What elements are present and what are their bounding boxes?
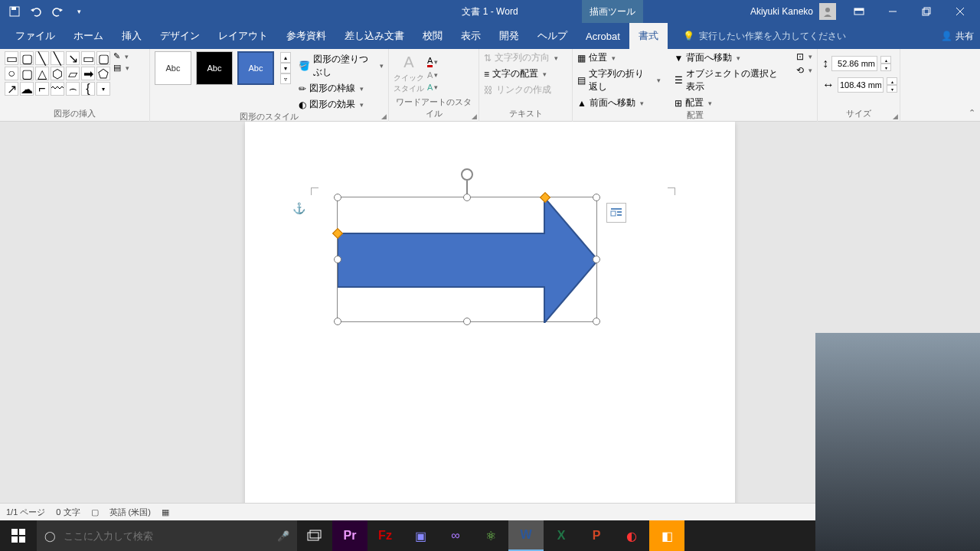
taskbar-app-unknown1[interactable]: ▣ bbox=[403, 520, 438, 551]
shape-oval-icon[interactable]: ○ bbox=[5, 67, 18, 80]
tab-mailings[interactable]: 差し込み文書 bbox=[335, 23, 413, 49]
anchor-icon[interactable]: ⚓ bbox=[292, 202, 305, 214]
text-outline-button[interactable]: A▾ bbox=[427, 70, 438, 80]
maximize-button[interactable] bbox=[910, 0, 943, 23]
text-effects-button[interactable]: A▾ bbox=[427, 83, 438, 92]
taskbar-app-filezilla[interactable]: Fz bbox=[368, 520, 403, 551]
undo-button[interactable] bbox=[29, 5, 43, 18]
shape-outline-button[interactable]: ✏図形の枠線▾ bbox=[299, 82, 384, 95]
rotate-handle[interactable] bbox=[461, 168, 473, 181]
resize-handle-tm[interactable] bbox=[463, 194, 471, 201]
height-down-button[interactable]: ▾ bbox=[880, 64, 891, 71]
taskbar-search[interactable]: ◯ 🎤 bbox=[37, 520, 297, 551]
resize-handle-tr[interactable] bbox=[593, 194, 600, 201]
shape-styles-launcher[interactable]: ◢ bbox=[381, 112, 387, 120]
task-view-button[interactable] bbox=[297, 520, 332, 551]
shapes-gallery[interactable]: ▭ ▢ ╲ ╲ ↘ ▭ ▢ ○ ▢ △ ⬡ ▱ ➡ ⬠ bbox=[5, 51, 110, 96]
height-up-button[interactable]: ▴ bbox=[880, 56, 891, 64]
height-input[interactable] bbox=[831, 56, 877, 71]
edit-shape-button[interactable]: ✎▾ bbox=[113, 51, 129, 61]
shape-roundrect-icon[interactable]: ▢ bbox=[20, 67, 34, 80]
tab-help[interactable]: ヘルプ bbox=[528, 23, 577, 49]
group-button[interactable]: ⊡▾ bbox=[796, 51, 812, 62]
align-text-button[interactable]: ≡文字の配置▾ bbox=[484, 67, 558, 80]
gallery-more-button[interactable]: ▿ bbox=[280, 73, 291, 84]
tab-view[interactable]: 表示 bbox=[452, 23, 490, 49]
align-button[interactable]: ⊞配置▾ bbox=[675, 96, 782, 109]
resize-handle-mr[interactable] bbox=[593, 256, 600, 263]
selection-pane-button[interactable]: ☰オブジェクトの選択と表示 bbox=[675, 67, 782, 93]
gallery-up-button[interactable]: ▴ bbox=[280, 52, 291, 63]
shape-triangle-icon[interactable]: △ bbox=[35, 67, 49, 80]
shape-more-icon[interactable]: ▾ bbox=[96, 82, 110, 96]
resize-handle-bm[interactable] bbox=[463, 318, 471, 325]
user-avatar[interactable] bbox=[819, 3, 836, 20]
shape-arrow2-icon[interactable]: ↗ bbox=[5, 82, 18, 96]
tab-format[interactable]: 書式 bbox=[629, 23, 668, 49]
shape-styles-gallery[interactable]: Abc Abc Abc ▴ ▾ ▿ bbox=[155, 51, 291, 85]
shape-curve-icon[interactable]: 〰 bbox=[51, 82, 64, 96]
shape-line2-icon[interactable]: ╲ bbox=[51, 51, 64, 65]
language-status[interactable]: 英語 (米国) bbox=[109, 507, 151, 518]
shape-bracket-icon[interactable]: ⌐ bbox=[35, 82, 49, 96]
taskbar-app-premiere[interactable]: Pr bbox=[332, 520, 368, 551]
shape-selection[interactable] bbox=[337, 197, 597, 322]
style-thumb-1[interactable]: Abc bbox=[155, 51, 191, 85]
save-button[interactable] bbox=[8, 5, 21, 18]
taskbar-app-powerpoint[interactable]: P bbox=[579, 520, 614, 551]
page-status[interactable]: 1/1 ページ bbox=[6, 507, 45, 518]
tab-acrobat[interactable]: Acrobat bbox=[577, 23, 629, 49]
gallery-down-button[interactable]: ▾ bbox=[280, 63, 291, 73]
taskbar-app-camtasia[interactable]: ◐ bbox=[614, 520, 649, 551]
text-direction-button[interactable]: ⇅文字列の方向▾ bbox=[484, 51, 558, 64]
size-launcher[interactable]: ◢ bbox=[893, 112, 898, 120]
resize-handle-br[interactable] bbox=[593, 318, 600, 325]
shape-rect2-icon[interactable]: ▭ bbox=[81, 51, 95, 65]
tab-layout[interactable]: レイアウト bbox=[209, 23, 277, 49]
spell-check-icon[interactable]: ▢ bbox=[91, 507, 99, 517]
close-button[interactable] bbox=[943, 0, 977, 23]
style-thumb-3[interactable]: Abc bbox=[237, 51, 274, 85]
shape-cloud-icon[interactable]: ☁ bbox=[20, 82, 34, 96]
shape-hexagon-icon[interactable]: ⬡ bbox=[51, 67, 64, 80]
shape-brace-icon[interactable]: { bbox=[81, 82, 95, 96]
shape-line-icon[interactable]: ╲ bbox=[35, 51, 49, 65]
ribbon-display-button[interactable] bbox=[842, 0, 876, 23]
shape-star-icon[interactable]: ⬠ bbox=[96, 67, 110, 80]
qat-customize-button[interactable]: ▾ bbox=[72, 5, 86, 18]
arrow-shape[interactable] bbox=[338, 197, 598, 323]
position-button[interactable]: ▦位置▾ bbox=[577, 51, 661, 64]
tab-insert[interactable]: 挿入 bbox=[113, 23, 151, 49]
taskbar-app-atom[interactable]: ⚛ bbox=[473, 520, 508, 551]
shape-effects-button[interactable]: ◐図形の効果▾ bbox=[299, 98, 384, 111]
width-up-button[interactable]: ▴ bbox=[887, 77, 897, 85]
shape-arc-icon[interactable]: ⌢ bbox=[66, 82, 80, 96]
width-input[interactable] bbox=[838, 77, 884, 93]
tab-developer[interactable]: 開発 bbox=[490, 23, 528, 49]
tell-me-search[interactable]: 💡 実行したい作業を入力してください bbox=[683, 30, 846, 43]
quick-styles-button[interactable]: A クイック スタイル bbox=[394, 54, 424, 94]
resize-handle-bl[interactable] bbox=[334, 318, 341, 325]
shape-fill-button[interactable]: 🪣図形の塗りつぶし▾ bbox=[299, 53, 384, 79]
style-thumb-2[interactable]: Abc bbox=[196, 51, 233, 85]
text-fill-button[interactable]: A▾ bbox=[427, 56, 438, 67]
minimize-button[interactable] bbox=[876, 0, 910, 23]
resize-handle-ml[interactable] bbox=[334, 256, 341, 263]
tab-file[interactable]: ファイル bbox=[6, 23, 64, 49]
shape-paral-icon[interactable]: ▱ bbox=[66, 67, 80, 80]
create-link-button[interactable]: ⛓リンクの作成 bbox=[484, 83, 558, 96]
shape-textbox-icon[interactable]: ▭ bbox=[5, 51, 18, 65]
shape-rect-icon[interactable]: ▢ bbox=[20, 51, 34, 65]
shape-arrow-icon[interactable]: ➡ bbox=[81, 67, 95, 80]
shape-rect3-icon[interactable]: ▢ bbox=[96, 51, 110, 65]
word-count[interactable]: 0 文字 bbox=[56, 507, 80, 518]
wordart-launcher[interactable]: ◢ bbox=[472, 112, 477, 120]
send-backward-button[interactable]: ▼背面へ移動▾ bbox=[675, 51, 782, 64]
resize-handle-tl[interactable] bbox=[334, 194, 341, 201]
taskbar-app-excel[interactable]: X bbox=[544, 520, 579, 551]
shape-connector-icon[interactable]: ↘ bbox=[66, 51, 80, 65]
width-down-button[interactable]: ▾ bbox=[887, 85, 897, 93]
taskbar-app-snagit[interactable]: ◧ bbox=[649, 520, 684, 551]
taskbar-app-word[interactable]: W bbox=[508, 520, 544, 551]
bring-forward-button[interactable]: ▲前面へ移動▾ bbox=[577, 96, 661, 109]
